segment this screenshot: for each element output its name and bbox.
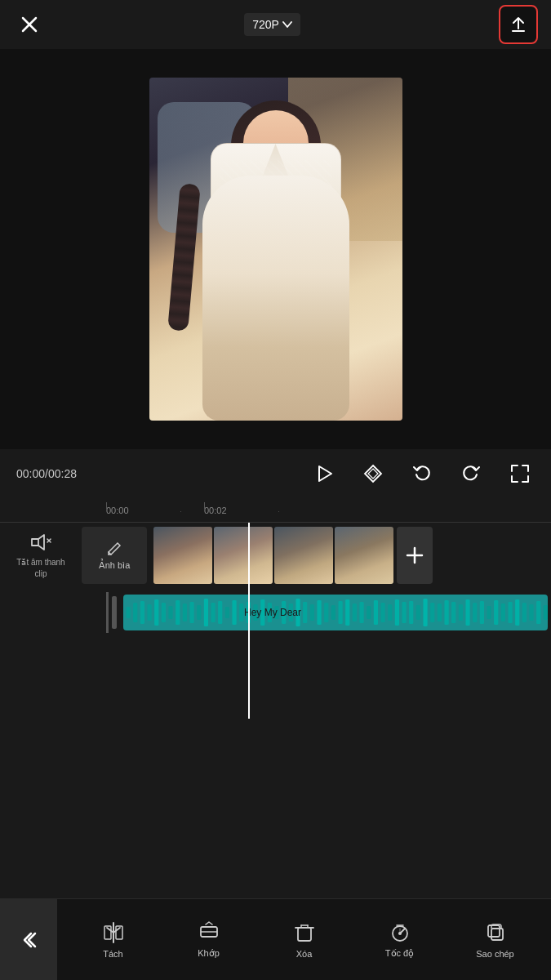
svg-rect-18 <box>154 599 158 626</box>
svg-rect-19 <box>162 603 166 622</box>
svg-rect-7 <box>32 539 38 546</box>
audio-drag-handle[interactable] <box>112 596 117 629</box>
ruler-marks: 00:00 · 00:02 · <box>106 506 302 515</box>
svg-rect-21 <box>176 600 180 625</box>
copy-icon <box>484 921 507 944</box>
playhead <box>248 523 250 719</box>
top-bar: 720P <box>0 0 551 49</box>
svg-rect-23 <box>189 602 193 623</box>
svg-rect-62 <box>465 599 469 626</box>
svg-rect-46 <box>353 604 357 621</box>
timeline-ruler: 00:00 · 00:02 · <box>0 498 551 523</box>
svg-rect-29 <box>232 600 236 625</box>
svg-rect-71 <box>529 604 533 621</box>
svg-rect-27 <box>218 601 222 624</box>
svg-rect-28 <box>225 607 229 618</box>
svg-rect-92 <box>488 925 500 937</box>
upload-icon <box>509 16 527 33</box>
svg-rect-49 <box>374 600 378 625</box>
cover-thumbnail[interactable]: Ảnh bìa <box>82 527 147 584</box>
svg-rect-70 <box>522 603 527 622</box>
ruler-dot-2: · <box>278 508 280 515</box>
svg-rect-48 <box>367 606 371 619</box>
controls-bar: 00:00/00:28 <box>0 449 551 498</box>
add-icon <box>403 544 426 567</box>
toolbar-item-khop[interactable]: Khớp <box>184 920 233 959</box>
video-thumbnail <box>149 78 402 421</box>
svg-rect-57 <box>430 603 434 622</box>
export-button[interactable] <box>499 5 538 44</box>
video-preview <box>0 49 551 449</box>
svg-rect-50 <box>380 603 384 622</box>
fullscreen-button[interactable] <box>505 459 535 488</box>
back-icon <box>19 930 38 950</box>
toolbar-label-xoa: Xóa <box>296 949 313 959</box>
svg-rect-68 <box>508 602 512 623</box>
svg-rect-15 <box>133 603 137 622</box>
svg-rect-81 <box>298 928 311 941</box>
svg-rect-91 <box>491 929 503 940</box>
clip-thumb-3[interactable] <box>274 527 333 584</box>
svg-rect-73 <box>544 605 548 620</box>
svg-rect-40 <box>310 604 314 621</box>
video-clips <box>153 527 433 584</box>
svg-rect-52 <box>395 599 399 626</box>
cover-label: Ảnh bìa <box>99 560 131 571</box>
toolbar-item-xoa[interactable]: Xóa <box>280 921 329 959</box>
toolbar-item-saochep[interactable]: Sao chép <box>471 921 520 959</box>
svg-rect-44 <box>338 601 342 624</box>
resolution-selector[interactable]: 720P <box>244 13 300 36</box>
close-icon <box>20 16 38 33</box>
svg-rect-53 <box>402 602 406 623</box>
toolbar-item-tocdo[interactable]: Tốc độ <box>375 920 424 959</box>
add-clip-button[interactable] <box>397 527 433 584</box>
svg-rect-41 <box>317 600 321 625</box>
svg-rect-64 <box>480 601 484 624</box>
svg-rect-25 <box>204 599 208 626</box>
speed-icon <box>389 920 411 943</box>
svg-marker-6 <box>368 469 378 479</box>
svg-rect-54 <box>409 601 413 624</box>
time-display: 00:00/00:28 <box>16 467 90 480</box>
svg-rect-22 <box>183 604 187 621</box>
audio-track: Hey My Dear <box>0 588 551 637</box>
audio-waveform[interactable]: Hey My Dear <box>106 592 551 633</box>
ruler-mark-2: 00:02 · <box>204 506 302 515</box>
svg-rect-47 <box>359 602 363 623</box>
undo-button[interactable] <box>407 459 437 488</box>
svg-marker-4 <box>319 466 331 481</box>
speaker-icon <box>29 531 52 554</box>
control-icons <box>309 459 535 488</box>
keyframe-button[interactable] <box>358 459 388 488</box>
play-button[interactable] <box>309 459 339 488</box>
bottom-toolbar: Tách Khớp <box>0 898 551 980</box>
svg-line-75 <box>107 928 113 933</box>
clip-thumb-1[interactable] <box>153 527 212 584</box>
timeline-area: 00:00 · 00:02 · Tắt âm thanhclip <box>0 498 551 719</box>
svg-rect-72 <box>536 601 540 624</box>
toolbar-label-saochep: Sao chép <box>476 949 513 959</box>
svg-rect-43 <box>331 605 335 620</box>
svg-rect-24 <box>197 605 201 620</box>
toolbar-item-tach[interactable]: Tách <box>89 921 138 959</box>
ruler-dot-0: · <box>180 508 182 515</box>
clip-thumb-2[interactable] <box>214 527 273 584</box>
svg-rect-30 <box>239 604 243 621</box>
clip-thumb-4[interactable] <box>335 527 393 584</box>
resolution-value: 720P <box>252 18 279 31</box>
back-button[interactable] <box>0 899 57 980</box>
audio-mute-button[interactable]: Tắt âm thanhclip <box>0 531 82 580</box>
close-button[interactable] <box>13 8 46 41</box>
toolbar-label-khop: Khớp <box>198 948 220 959</box>
svg-rect-55 <box>416 605 420 620</box>
chevron-down-icon <box>282 21 292 28</box>
svg-point-89 <box>398 932 402 935</box>
video-track-row: Tắt âm thanhclip Ảnh bìa <box>0 523 551 588</box>
undo-icon <box>411 463 433 484</box>
fullscreen-icon <box>509 463 531 484</box>
redo-button[interactable] <box>456 459 486 488</box>
tracks-container: Tắt âm thanhclip Ảnh bìa <box>0 523 551 719</box>
svg-rect-16 <box>140 601 144 624</box>
ruler-mark-0: 00:00 · <box>106 506 204 515</box>
svg-rect-51 <box>388 604 392 621</box>
